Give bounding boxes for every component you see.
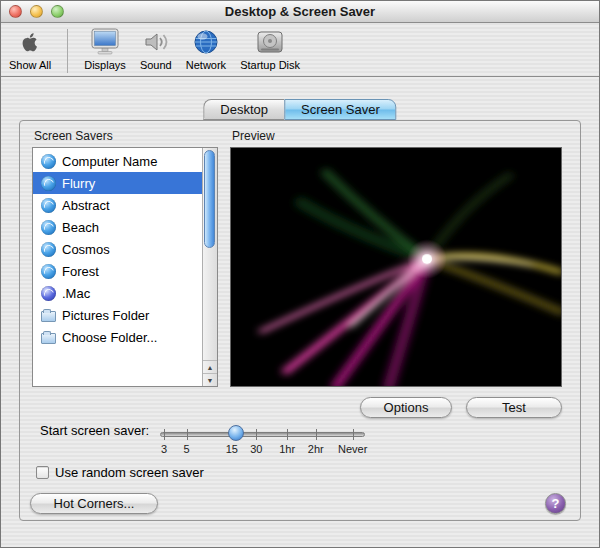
screensaver-list: Computer Name Flurry Abstract Beach Cosm…: [32, 147, 218, 387]
tab-screen-saver[interactable]: Screen Saver: [284, 99, 397, 120]
speaker-icon: [140, 27, 172, 57]
mac-globe-icon: [41, 286, 56, 301]
swirl-icon: [41, 242, 56, 257]
preferences-window: Desktop & Screen Saver Show All: [0, 0, 600, 548]
list-item-label: Pictures Folder: [62, 308, 149, 323]
tick-label: 1hr: [279, 443, 295, 455]
slider-tick: [187, 429, 188, 440]
toolbar-label: Network: [186, 59, 226, 71]
list-item-selected[interactable]: Flurry: [33, 172, 202, 194]
toolbar-label: Show All: [9, 59, 51, 71]
test-button[interactable]: Test: [466, 397, 562, 418]
random-screensaver-label: Use random screen saver: [55, 465, 204, 480]
tick-label: 15: [226, 443, 238, 455]
random-screensaver-checkbox[interactable]: [36, 466, 49, 479]
window-title: Desktop & Screen Saver: [225, 4, 375, 19]
list-scrollbar[interactable]: ▲ ▼: [202, 148, 217, 386]
list-item[interactable]: Choose Folder...: [33, 326, 202, 348]
toolbar-label: Startup Disk: [240, 59, 300, 71]
minimize-button[interactable]: [30, 5, 43, 18]
disk-icon: [254, 27, 286, 57]
toolbar-item-show-all[interactable]: Show All: [9, 27, 51, 71]
toolbar-label: Sound: [140, 59, 172, 71]
slider-tick: [287, 429, 288, 440]
toolbar-item-network[interactable]: Network: [186, 27, 226, 71]
slider-tick: [353, 429, 354, 440]
folder-icon: [41, 311, 56, 322]
preview-heading: Preview: [232, 129, 275, 143]
start-screensaver-slider[interactable]: 3 5 15 30 1hr 2hr Never: [160, 421, 365, 451]
swirl-icon: [41, 264, 56, 279]
folder-icon: [41, 333, 56, 344]
tick-label: 30: [250, 443, 262, 455]
list-item[interactable]: Forest: [33, 260, 202, 282]
tick-label: 5: [184, 443, 190, 455]
list-item-label: Choose Folder...: [62, 330, 157, 345]
toolbar-label: Displays: [84, 59, 126, 71]
scroll-down-arrow-icon[interactable]: ▼: [203, 373, 217, 386]
list-item[interactable]: Pictures Folder: [33, 304, 202, 326]
screensaver-preview: [230, 147, 562, 387]
toolbar-item-displays[interactable]: Displays: [84, 27, 126, 71]
list-item-label: Forest: [62, 264, 99, 279]
content-frame: Screen Savers Preview Computer Name Flur…: [19, 120, 581, 521]
swirl-icon: [41, 198, 56, 213]
tab-bar: Desktop Screen Saver: [203, 99, 396, 120]
list-item[interactable]: Beach: [33, 216, 202, 238]
slider-track[interactable]: [160, 432, 365, 437]
scroll-up-arrow-icon[interactable]: ▲: [203, 360, 217, 373]
toolbar: Show All Displays: [1, 23, 599, 77]
globe-icon: [190, 27, 222, 57]
tab-desktop[interactable]: Desktop: [203, 99, 284, 120]
title-bar[interactable]: Desktop & Screen Saver: [1, 1, 599, 23]
hot-corners-button[interactable]: Hot Corners...: [30, 493, 158, 514]
slider-tick: [316, 429, 317, 440]
list-item-label: .Mac: [62, 286, 90, 301]
tick-label: 2hr: [308, 443, 324, 455]
list-item[interactable]: Computer Name: [33, 150, 202, 172]
slider-tick: [256, 429, 257, 440]
toolbar-item-sound[interactable]: Sound: [140, 27, 172, 71]
slider-tick: [164, 429, 165, 440]
random-screensaver-row: Use random screen saver: [36, 465, 204, 480]
start-screensaver-label: Start screen saver:: [40, 423, 149, 438]
slider-thumb[interactable]: [228, 425, 244, 441]
screensavers-heading: Screen Savers: [34, 129, 113, 143]
list-item-label: Abstract: [62, 198, 110, 213]
tick-label: 3: [161, 443, 167, 455]
list-item[interactable]: Abstract: [33, 194, 202, 216]
list-item[interactable]: .Mac: [33, 282, 202, 304]
toolbar-item-startup-disk[interactable]: Startup Disk: [240, 27, 300, 71]
apple-icon: [14, 27, 46, 57]
list-item-label: Computer Name: [62, 154, 157, 169]
help-button[interactable]: ?: [545, 493, 566, 514]
list-item-label: Beach: [62, 220, 99, 235]
scrollbar-thumb[interactable]: [204, 150, 215, 248]
list-item-label: Flurry: [62, 176, 95, 191]
display-icon: [89, 27, 121, 57]
toolbar-separator: [67, 29, 68, 73]
swirl-icon: [41, 154, 56, 169]
tick-label: Never: [338, 443, 367, 455]
options-button[interactable]: Options: [360, 397, 452, 418]
list-item[interactable]: Cosmos: [33, 238, 202, 260]
swirl-icon: [41, 220, 56, 235]
zoom-button[interactable]: [51, 5, 64, 18]
close-button[interactable]: [9, 5, 22, 18]
swirl-icon: [41, 176, 56, 191]
list-item-label: Cosmos: [62, 242, 110, 257]
